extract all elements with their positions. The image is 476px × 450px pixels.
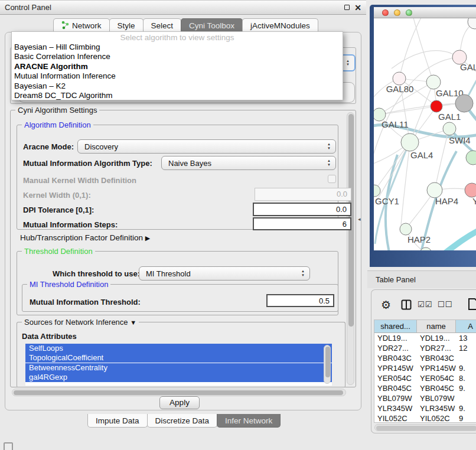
- table-row[interactable]: YDR27...YDR27...12: [374, 343, 476, 353]
- control-panel-body: ▲▼ Select algorithm to view settings Bay…: [5, 32, 361, 410]
- combo-stepper-icon: ▲▼: [301, 269, 305, 278]
- network-node-swi4[interactable]: [443, 122, 456, 135]
- kernel-width-field[interactable]: 0.0: [255, 188, 351, 201]
- algorithm-option-basic-correlation-inference[interactable]: Basic Correlation Inference: [12, 52, 343, 61]
- node-label-pink-right: Y: [472, 196, 476, 206]
- hub-definition-expander[interactable]: Hub/Transcription Factor Definition ▶: [20, 233, 150, 242]
- close-traffic-light[interactable]: [382, 9, 389, 16]
- network-edge: [442, 230, 476, 250]
- network-node-pink-right[interactable]: [465, 183, 476, 197]
- algorithm-dropdown-placeholder: Select algorithm to view settings: [12, 32, 343, 43]
- network-node-gal10[interactable]: [426, 75, 441, 89]
- algorithm-option-bayesian-hill-climbing[interactable]: Bayesian – Hill Climbing: [12, 43, 343, 52]
- network-node-gal1[interactable]: [431, 100, 442, 112]
- network-node-gcy1[interactable]: [374, 185, 380, 197]
- tab-infer-network[interactable]: Infer Network: [217, 414, 281, 428]
- tab-label: Discretize Data: [155, 416, 210, 425]
- attribute-item-topologicalcoefficient[interactable]: TopologicalCoefficient: [25, 353, 332, 363]
- table-body: YDL19...YDL19...13YDR27...YDR27...12YBR0…: [374, 333, 476, 423]
- cyni-algorithm-settings-group: Cyni Algorithm Settings Algorithm Defini…: [10, 110, 356, 387]
- dpi-tolerance-field[interactable]: 0.0: [253, 203, 351, 216]
- table-cell: [456, 393, 476, 403]
- dpi-tolerance-label: DPI Tolerance [0,1]:: [23, 206, 94, 214]
- attributes-scrollbar[interactable]: [324, 345, 331, 384]
- table-row[interactable]: YBL079WYBL079W: [374, 393, 476, 403]
- table-row[interactable]: YLR345WYLR345W9.: [374, 403, 476, 413]
- algorithm-option-mutual-information-inference[interactable]: Mutual Information Inference: [12, 71, 343, 81]
- tab-cyni-toolbox[interactable]: Cyni Toolbox: [181, 18, 243, 32]
- minimized-panel-icon[interactable]: [4, 442, 13, 450]
- tab-discretize-data[interactable]: Discretize Data: [147, 414, 218, 428]
- table-horizontal-scrollbar[interactable]: [374, 424, 476, 431]
- network-edge: [401, 142, 410, 225]
- table-row[interactable]: YDL19...YDL19...13: [374, 333, 476, 343]
- column-header-shared[interactable]: shared...: [374, 320, 417, 333]
- table-cell: 9.: [456, 363, 476, 373]
- column-header-name[interactable]: name: [417, 320, 456, 333]
- table-row[interactable]: YIL052CYIL052C9: [374, 413, 476, 423]
- attribute-item-selfloops[interactable]: SelfLoops: [25, 344, 332, 353]
- apply-button[interactable]: Apply: [159, 396, 200, 409]
- document-icon[interactable]: [467, 298, 476, 311]
- table-row[interactable]: YBR045CYBR045C9.: [374, 383, 476, 393]
- table-hscrollbar-thumb[interactable]: [376, 426, 476, 431]
- table-header-row: shared...nameA: [374, 320, 476, 333]
- table-cell: 9: [456, 413, 476, 423]
- table-cell: 9.: [456, 403, 476, 413]
- network-node-gal4[interactable]: [401, 133, 419, 151]
- algorithm-option-aracne-algorithm[interactable]: ARACNE Algorithm: [12, 62, 343, 71]
- tab-label: Infer Network: [225, 416, 272, 425]
- table-row[interactable]: YPR145WYPR145W9.: [374, 363, 476, 373]
- network-edge: [392, 51, 459, 69]
- control-panel-titlebar: Control Panel ✕: [0, 1, 366, 15]
- panel-splitter-arrow[interactable]: ◂: [358, 216, 361, 222]
- settings-horizontal-scrollbar[interactable]: [12, 389, 346, 396]
- table-cell: YDL19...: [374, 333, 417, 343]
- algorithm-option-bayesian-k2[interactable]: Bayesian – K2: [12, 81, 343, 91]
- attributes-scrollbar-thumb[interactable]: [325, 347, 330, 377]
- split-columns-icon[interactable]: [401, 299, 412, 310]
- network-node-gray-node[interactable]: [455, 94, 473, 112]
- column-header-a[interactable]: A: [456, 320, 476, 333]
- attribute-item-betweennesscentrality[interactable]: BetweennessCentrality: [25, 363, 332, 373]
- unchecked-pair-icon[interactable]: ☐☐: [438, 300, 452, 309]
- mi-type-combo[interactable]: Naive Bayes ▲▼: [161, 156, 336, 170]
- tab-style[interactable]: Style: [109, 18, 144, 32]
- maximize-traffic-light[interactable]: [406, 9, 412, 16]
- table-cell: 13: [456, 333, 476, 343]
- table-row[interactable]: YBR043CYBR043C: [374, 353, 476, 363]
- network-window-titlebar[interactable]: [374, 7, 476, 18]
- manual-kernel-checkbox[interactable]: [328, 175, 336, 183]
- collapse-arrow-icon: ▼: [130, 319, 136, 326]
- tab-select[interactable]: Select: [143, 18, 182, 32]
- algorithm-option-dream8-dc-tdc-algorithm[interactable]: Dream8 DC_TDC Algorithm: [12, 91, 343, 100]
- attribute-item-gal4rgexp[interactable]: gal4RGexp: [25, 373, 332, 382]
- settings-hscrollbar-thumb[interactable]: [14, 390, 343, 395]
- tab-label: Cyni Toolbox: [189, 21, 234, 30]
- aracne-mode-combo[interactable]: Discovery ▲▼: [77, 139, 336, 154]
- network-node-gal80[interactable]: [393, 72, 406, 85]
- expander-arrow-icon: ▶: [145, 234, 150, 242]
- data-attributes-label: Data Attributes: [22, 332, 77, 341]
- tab-impute-data[interactable]: Impute Data: [87, 414, 148, 428]
- table-row[interactable]: YER054CYER054C8.: [374, 373, 476, 383]
- settings-vertical-scrollbar[interactable]: [347, 112, 354, 385]
- mi-threshold-field[interactable]: 0.5: [266, 294, 334, 307]
- tab-jactivemnodules[interactable]: jActiveMNodules: [242, 18, 318, 32]
- tab-label: jActiveMNodules: [250, 21, 310, 30]
- minimize-traffic-light[interactable]: [394, 9, 400, 16]
- gear-icon[interactable]: ⚙: [381, 298, 391, 312]
- tab-network[interactable]: Network: [53, 18, 110, 32]
- mi-threshold-group-title: MI Threshold Definition: [27, 280, 110, 289]
- network-canvas[interactable]: GALGAL80GAL10GAL1GAL11GAL4SWI4GCY1HAP4YH…: [374, 18, 476, 250]
- float-window-icon[interactable]: [343, 4, 351, 12]
- checked-pair-icon[interactable]: ☑☑: [418, 300, 432, 309]
- which-threshold-combo[interactable]: MI Threshold ▲▼: [139, 266, 310, 281]
- table-cell: YLR345W: [374, 403, 417, 413]
- network-node-green-right[interactable]: [466, 151, 476, 165]
- close-icon[interactable]: ✕: [354, 4, 362, 12]
- table-cell: YIL052C: [374, 413, 417, 423]
- mi-steps-field[interactable]: 6: [253, 217, 351, 230]
- network-node-hap2[interactable]: [400, 223, 412, 235]
- sources-group-title[interactable]: Sources for Network Inference ▼: [22, 318, 139, 327]
